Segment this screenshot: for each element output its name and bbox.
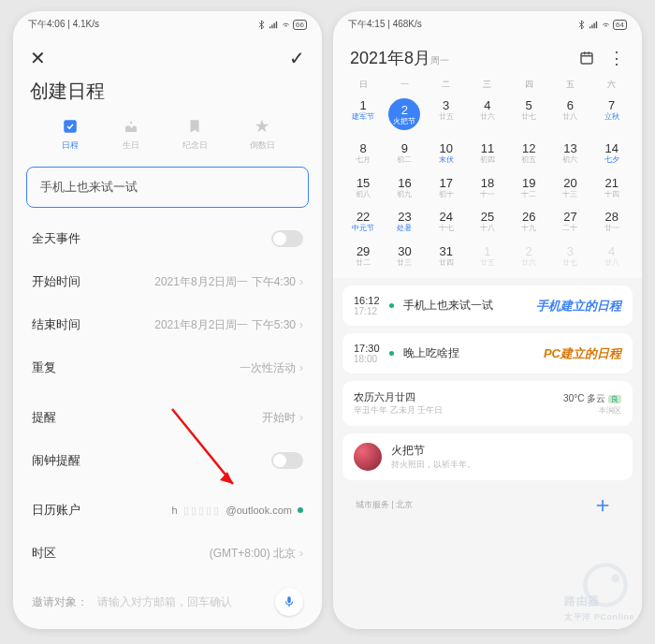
day-cell[interactable]: 3廿五 [426,93,467,136]
event-card[interactable]: 17:3018:00晚上吃啥捏PC建立的日程 [342,333,633,373]
day-cell[interactable]: 3廿七 [549,239,590,273]
invite-input[interactable]: 请输入对方邮箱，回车确认 [97,594,266,610]
day-cell[interactable]: 19十二 [508,170,549,205]
row-end[interactable]: 结束时间 2021年8月2日周一 下午5:30› [13,303,322,346]
weather-card[interactable]: 农历六月廿四 辛丑牛年 乙未月 壬午日 30°C 多云 良 丰润区 [342,381,633,426]
aqi-badge: 良 [608,395,621,403]
weekday-row: 日一二三四五六 [333,75,642,93]
calendar-grid: 1建军节2火把节3廿五4廿六5廿七6廿八7立秋8七月9初二10末伏11初四12初… [333,93,642,278]
festival-image [354,443,382,471]
status-bar: 下午4:06 | 4.1K/s 66 [13,11,322,37]
day-cell[interactable]: 2廿六 [508,239,549,273]
day-cell[interactable]: 6廿八 [549,93,590,136]
mic-button[interactable] [275,588,303,616]
wifi-icon [281,20,291,30]
day-cell[interactable]: 21十四 [591,170,633,205]
day-cell[interactable]: 4廿八 [591,239,633,273]
row-alarm[interactable]: 闹钟提醒 [13,439,322,482]
day-cell[interactable]: 23处暑 [384,204,425,239]
battery-icon: 66 [293,20,307,30]
day-cell[interactable]: 2火把节 [384,93,425,136]
day-cell[interactable]: 18十一 [467,170,508,205]
bottom-bar: 城市服务 | 北京 ＋ [342,488,633,525]
day-cell[interactable]: 24十七 [426,204,467,239]
day-cell[interactable]: 25十八 [467,204,508,239]
chevron-right-icon: › [299,318,303,331]
chevron-right-icon: › [299,361,303,374]
day-cell[interactable]: 5廿七 [508,93,549,136]
check-box-icon [61,117,80,136]
day-cell[interactable]: 1廿五 [467,239,508,273]
toggle-allday[interactable] [271,230,303,247]
day-cell[interactable]: 9初二 [384,136,425,170]
day-cell[interactable]: 16初九 [384,170,425,205]
tab-schedule[interactable]: 日程 [61,117,80,152]
day-cell[interactable]: 4廿六 [467,93,508,136]
day-cell[interactable]: 11初四 [467,136,508,170]
battery-icon: 64 [613,20,627,30]
row-remind[interactable]: 提醒 开始时› [13,396,322,439]
subject-input[interactable]: 手机上也来试一试 [26,167,309,208]
bluetooth-icon [256,20,267,30]
svg-rect-0 [64,120,77,133]
mic-icon [283,595,296,608]
annotation-label: 手机建立的日程 [536,298,621,315]
page-title: 创建日程 [30,79,305,117]
day-cell[interactable]: 30廿三 [384,239,425,273]
today-icon[interactable] [578,50,595,66]
month-title[interactable]: 2021年8月周一 [350,47,449,69]
account-dot-icon [298,507,303,513]
event-dot-icon [389,351,394,356]
annotation-label: PC建立的日程 [544,345,621,362]
bookmark-icon [185,117,204,136]
festival-card[interactable]: 火把节 持火照田，以祈丰年。 [342,433,633,480]
day-cell[interactable]: 17初十 [426,170,467,205]
day-cell[interactable]: 7立秋 [591,93,633,136]
day-cell[interactable]: 15初八 [342,170,384,205]
event-dot-icon [389,303,394,308]
signal-icon [589,20,599,30]
row-repeat[interactable]: 重复 一次性活动› [13,346,322,389]
row-allday[interactable]: 全天事件 [13,217,322,260]
day-cell[interactable]: 28廿一 [591,204,633,239]
tab-countdown[interactable]: 倒数日 [250,117,275,152]
day-cell[interactable]: 22中元节 [342,204,384,239]
day-cell[interactable]: 8七月 [342,136,384,170]
row-account[interactable]: 日历账户 h▯▯▯▯▯@outlook.com [13,489,322,532]
status-bar: 下午4:15 | 468K/s 64 [333,11,642,37]
chevron-right-icon: › [299,411,303,424]
chevron-right-icon: › [299,547,303,560]
toggle-alarm[interactable] [271,452,303,469]
day-cell[interactable]: 26十九 [508,204,549,239]
cake-icon [122,117,140,136]
day-cell[interactable]: 20十三 [549,170,590,205]
signal-icon [269,20,279,30]
type-tabs: 日程 生日 纪念日 倒数日 [30,117,305,161]
bluetooth-icon [576,20,587,30]
row-timezone[interactable]: 时区 (GMT+8:00) 北京› [13,532,322,575]
chevron-right-icon: › [299,275,303,288]
tab-birthday[interactable]: 生日 [122,117,140,152]
day-cell[interactable]: 12初五 [508,136,549,170]
day-cell[interactable]: 31廿四 [426,239,467,273]
watermark-text: 路由器太平洋 PConline [564,593,634,623]
svg-rect-1 [581,53,592,64]
row-start[interactable]: 开始时间 2021年8月2日周一 下午4:30› [13,260,322,303]
confirm-icon[interactable]: ✓ [289,47,305,69]
day-cell[interactable]: 29廿二 [342,239,384,273]
day-cell[interactable]: 14七夕 [591,136,633,170]
more-icon[interactable]: ⋮ [608,48,625,68]
add-event-button[interactable]: ＋ [586,490,619,520]
day-cell[interactable]: 10末伏 [426,136,467,170]
svg-point-3 [611,574,619,582]
star-icon [253,117,271,136]
phone-calendar: 下午4:15 | 468K/s 64 2021年8月周一 ⋮ 日一二三四五六 1… [333,11,642,629]
tab-anniversary[interactable]: 纪念日 [182,117,208,152]
day-cell[interactable]: 1建军节 [342,93,384,136]
event-card[interactable]: 16:1217:12手机上也来试一试手机建立的日程 [342,285,633,326]
close-icon[interactable]: ✕ [30,47,46,69]
row-invite[interactable]: 邀请对象： 请输入对方邮箱，回车确认 [13,575,322,629]
day-cell[interactable]: 13初六 [549,136,590,170]
wifi-icon [601,20,611,30]
day-cell[interactable]: 27二十 [549,204,590,239]
